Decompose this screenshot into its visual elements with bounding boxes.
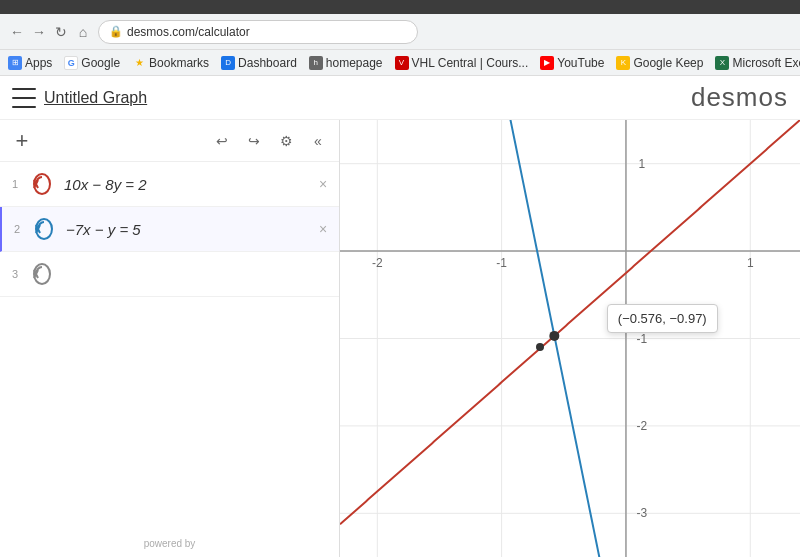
expr-icon-1 — [28, 170, 56, 198]
bookmark-keep[interactable]: K Google Keep — [616, 56, 703, 70]
settings-button[interactable]: ⚙ — [273, 128, 299, 154]
bookmark-vhl[interactable]: V VHL Central | Cours... — [395, 56, 529, 70]
browser-toolbar: ← → ↻ ⌂ 🔒 desmos.com/calculator — [0, 14, 800, 50]
expression-toolbar: + ↩ ↪ ⚙ « — [0, 120, 339, 162]
star-icon: ★ — [132, 56, 146, 70]
graph-title[interactable]: Untitled Graph — [44, 89, 147, 107]
menu-line-3 — [12, 106, 36, 108]
bookmark-dashboard-label: Dashboard — [238, 56, 297, 70]
expression-item-2[interactable]: 2 −7x − y = 5 × — [0, 207, 339, 252]
back-button[interactable]: ← — [8, 23, 26, 41]
expression-list: 1 10x − 8y = 2 × 2 — [0, 162, 339, 530]
expr-number-3: 3 — [6, 268, 24, 280]
expression-item-1[interactable]: 1 10x − 8y = 2 × — [0, 162, 339, 207]
bookmark-google[interactable]: G Google — [64, 56, 120, 70]
expr-formula-2: −7x − y = 5 — [66, 221, 313, 238]
expression-panel: + ↩ ↪ ⚙ « 1 — [0, 120, 340, 557]
bookmark-apps-label: Apps — [25, 56, 52, 70]
powered-by-text: powered by — [0, 530, 339, 557]
intersection-label: (−0.576, −0.97) — [618, 311, 707, 326]
bookmark-excel-label: Microsoft Excel - Ex... — [732, 56, 800, 70]
bookmark-apps[interactable]: ⊞ Apps — [8, 56, 52, 70]
menu-line-1 — [12, 88, 36, 90]
toolbar-right: ↩ ↪ ⚙ « — [209, 128, 331, 154]
expr-number-1: 1 — [6, 178, 24, 190]
bookmark-excel[interactable]: X Microsoft Excel - Ex... — [715, 56, 800, 70]
youtube-icon: ▶ — [540, 56, 554, 70]
expr-close-2[interactable]: × — [313, 219, 333, 239]
expr-number-2: 2 — [8, 223, 26, 235]
bookmark-homepage[interactable]: h homepage — [309, 56, 383, 70]
dashboard-icon: D — [221, 56, 235, 70]
bookmark-keep-label: Google Keep — [633, 56, 703, 70]
desmos-app: Untitled Graph desmos + ↩ ↪ ⚙ « 1 — [0, 76, 800, 557]
bookmark-vhl-label: VHL Central | Cours... — [412, 56, 529, 70]
menu-line-2 — [12, 97, 36, 99]
desmos-logo: desmos — [691, 82, 788, 113]
forward-button[interactable]: → — [30, 23, 48, 41]
home-button[interactable]: ⌂ — [74, 23, 92, 41]
google-icon: G — [64, 56, 78, 70]
redo-button[interactable]: ↪ — [241, 128, 267, 154]
bookmark-google-label: Google — [81, 56, 120, 70]
desmos-main: + ↩ ↪ ⚙ « 1 — [0, 120, 800, 557]
expr-close-1[interactable]: × — [313, 174, 333, 194]
graph-canvas[interactable]: (−0.576, −0.97) — [340, 120, 800, 557]
refresh-button[interactable]: ↻ — [52, 23, 70, 41]
bookmarks-bar: ⊞ Apps G Google ★ Bookmarks D Dashboard … — [0, 50, 800, 76]
bookmark-dashboard[interactable]: D Dashboard — [221, 56, 297, 70]
apps-icon: ⊞ — [8, 56, 22, 70]
desmos-header: Untitled Graph desmos — [0, 76, 800, 120]
collapse-panel-button[interactable]: « — [305, 128, 331, 154]
bookmark-youtube[interactable]: ▶ YouTube — [540, 56, 604, 70]
graph-drawing — [340, 120, 800, 557]
bookmark-bookmarks[interactable]: ★ Bookmarks — [132, 56, 209, 70]
menu-button[interactable] — [12, 88, 36, 108]
intersection-tooltip: (−0.576, −0.97) — [607, 304, 718, 333]
bookmark-youtube-label: YouTube — [557, 56, 604, 70]
bookmark-homepage-label: homepage — [326, 56, 383, 70]
expression-item-3[interactable]: 3 — [0, 252, 339, 297]
home-icon: h — [309, 56, 323, 70]
expr-formula-1: 10x − 8y = 2 — [64, 176, 313, 193]
vhl-icon: V — [395, 56, 409, 70]
address-text: desmos.com/calculator — [127, 25, 250, 39]
keep-icon: K — [616, 56, 630, 70]
undo-button[interactable]: ↩ — [209, 128, 235, 154]
bookmark-bookmarks-label: Bookmarks — [149, 56, 209, 70]
lock-icon: 🔒 — [109, 25, 123, 38]
browser-top-bar — [0, 0, 800, 14]
expr-icon-3 — [28, 260, 56, 288]
expr-icon-2 — [30, 215, 58, 243]
address-bar[interactable]: 🔒 desmos.com/calculator — [98, 20, 418, 44]
excel-icon: X — [715, 56, 729, 70]
add-expression-button[interactable]: + — [8, 127, 36, 155]
nav-buttons: ← → ↻ ⌂ — [8, 23, 92, 41]
